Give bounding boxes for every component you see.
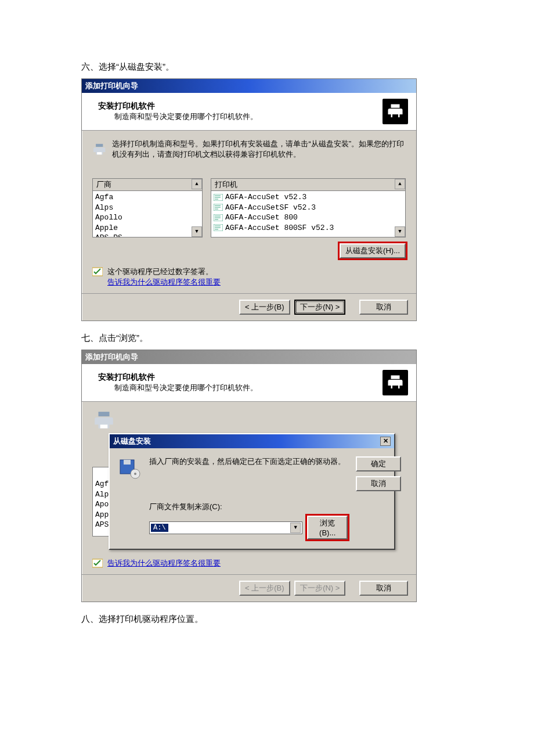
printer-item[interactable]: AGFA-AccuSet v52.3 (214, 192, 403, 203)
wizard-titlebar: 添加打印机向导 (82, 79, 416, 93)
scroll-down-icon[interactable]: ▼ (192, 226, 202, 237)
why-signing-link[interactable]: 告诉我为什么驱动程序签名很重要 (107, 558, 221, 568)
printer-item[interactable]: AGFA-AccuSetSF v52.3 (214, 203, 403, 213)
wizard-header: 安装打印机软件 制造商和型号决定要使用哪个打印机软件。 (82, 93, 416, 131)
printer-header: 打印机 (211, 179, 405, 191)
printer-icon (383, 99, 408, 124)
mfr-item[interactable]: Alps (95, 203, 200, 213)
chevron-down-icon[interactable]: ▼ (290, 523, 301, 533)
step-8-text: 八、选择打印机驱动程序位置。 (81, 614, 453, 625)
ok-button[interactable]: 确定 (356, 456, 401, 471)
mfr-item[interactable]: Apple (95, 223, 200, 233)
scroll-up-icon[interactable]: ▲ (192, 179, 202, 189)
scroll-down-icon[interactable]: ▼ (395, 226, 405, 237)
printer-item[interactable]: AGFA-AccuSet 800 (214, 213, 403, 223)
signed-icon (92, 267, 103, 277)
why-signing-link[interactable]: 告诉我为什么驱动程序签名很重要 (107, 277, 221, 287)
disk-icon (118, 456, 141, 480)
printer-item[interactable]: AGFA-AccuSet 800SF v52.3 (214, 223, 403, 233)
signed-text: 这个驱动程序已经过数字签署。 (107, 267, 221, 277)
path-combobox[interactable]: A:\ ▼ (149, 521, 302, 534)
step-7-text: 七、点击“浏览”。 (81, 333, 453, 344)
scroll-up-icon[interactable]: ▲ (395, 179, 405, 189)
manufacturer-list[interactable]: 厂商 ▲ Agfa Alps Apollo Apple APS-PS ▼ (92, 178, 203, 237)
wizard-1: 添加打印机向导 安装打印机软件 制造商和型号决定要使用哪个打印机软件。 选择打印… (81, 78, 417, 321)
dialog-title: 从磁盘安装 (113, 436, 151, 447)
back-button[interactable]: < 上一步(B) (239, 300, 290, 315)
wizard-header-title: 安装打印机软件 (98, 372, 383, 383)
path-value: A:\ (151, 524, 168, 532)
wizard-titlebar: 添加打印机向导 (82, 350, 416, 364)
close-icon[interactable]: ✕ (380, 437, 391, 446)
wizard-header-sub: 制造商和型号决定要使用哪个打印机软件。 (114, 111, 383, 122)
signed-icon (92, 558, 103, 568)
browse-button[interactable]: 浏览(B)... (307, 516, 348, 539)
mfr-item[interactable]: APS-PS (95, 233, 200, 237)
dialog-message: 插入厂商的安装盘，然后确定已在下面选定正确的驱动器。 (149, 456, 348, 467)
printer-list[interactable]: 打印机 ▲ AGFA-AccuSet v52.3 AGFA-AccuSetSF … (211, 178, 406, 237)
next-button: 下一步(N) > (294, 581, 345, 596)
mfr-item[interactable]: Agfa (95, 192, 200, 203)
wizard-description: 选择打印机制造商和型号。如果打印机有安装磁盘，请单击“从磁盘安装”。如果您的打印… (112, 139, 406, 160)
copy-from-label: 厂商文件复制来源(C): (149, 502, 348, 512)
have-disk-button[interactable]: 从磁盘安装(H)... (340, 243, 406, 258)
printer-small-icon (92, 410, 116, 432)
step-6-text: 六、选择“从磁盘安装”。 (81, 62, 453, 73)
cancel-button[interactable]: 取消 (356, 476, 401, 491)
wizard-2: 添加打印机向导 安装打印机软件 制造商和型号决定要使用哪个打印机软件。 AgfA… (81, 350, 417, 602)
next-button[interactable]: 下一步(N) > (294, 300, 345, 315)
wizard-header-sub: 制造商和型号决定要使用哪个打印机软件。 (114, 383, 383, 393)
install-from-disk-dialog: 从磁盘安装 ✕ 插入厂商的安装盘，然后确定已在下面选定正确的驱动器。 厂商文件复… (109, 433, 395, 550)
svg-point-8 (134, 473, 136, 475)
svg-rect-6 (124, 460, 131, 465)
manufacturer-header: 厂商 (93, 179, 202, 191)
printer-small-icon (92, 139, 106, 161)
cancel-button[interactable]: 取消 (359, 300, 408, 315)
wizard-header-title: 安装打印机软件 (98, 101, 383, 111)
wizard-header: 安装打印机软件 制造商和型号决定要使用哪个打印机软件。 (82, 364, 416, 402)
cancel-button[interactable]: 取消 (359, 581, 408, 596)
back-button: < 上一步(B) (239, 581, 290, 596)
printer-icon (383, 370, 408, 395)
mfr-item[interactable]: Apollo (95, 213, 200, 223)
